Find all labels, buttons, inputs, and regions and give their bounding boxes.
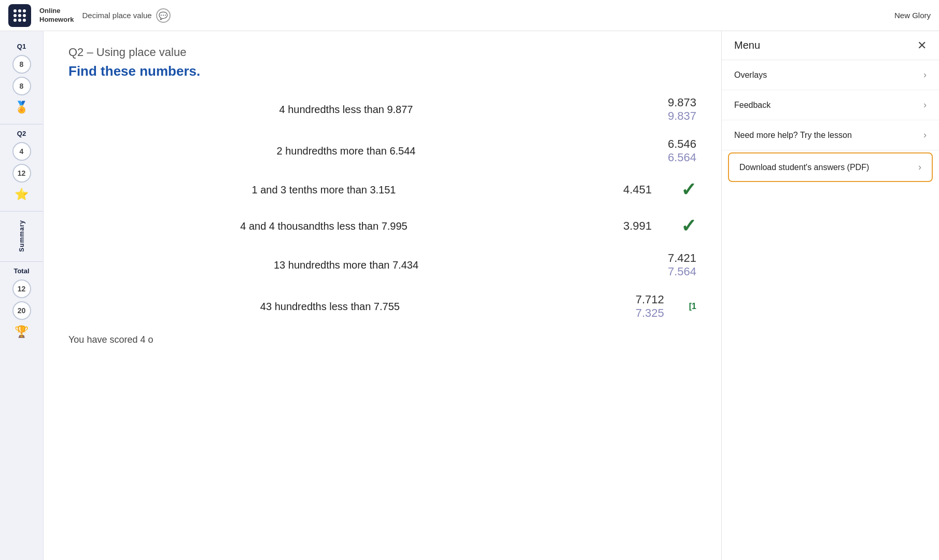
svg-point-4	[18, 14, 21, 17]
right-panel: Menu ✕ Overlays › Feedback › Need more h…	[721, 31, 939, 560]
q1-label: Q1	[17, 43, 26, 50]
svg-point-8	[23, 19, 26, 22]
summary-label: Summary	[18, 220, 25, 252]
answer-correct: 3.991	[600, 219, 652, 233]
table-row: 43 hundredths less than 7.755 7.712 7.32…	[68, 293, 696, 320]
panel-title: Menu	[734, 39, 760, 51]
main-content: Q2 – Using place value Find these number…	[44, 31, 721, 560]
menu-item-label: Need more help? Try the lesson	[734, 131, 852, 140]
question-text: 4 hundredths less than 9.877	[68, 104, 624, 116]
table-row: 4 and 4 thousandths less than 7.995 3.99…	[68, 215, 696, 237]
question-instruction: Find these numbers.	[68, 63, 696, 79]
q2-total: 12	[12, 164, 31, 183]
topic-label: Decimal place value 💬	[82, 8, 170, 23]
question-text: 43 hundredths less than 7.755	[68, 301, 592, 313]
answer-correct: 9.873	[644, 96, 696, 109]
q2-badge: ⭐	[12, 185, 31, 204]
total-badge: 🏆	[12, 323, 31, 341]
svg-point-0	[13, 9, 17, 12]
close-button[interactable]: ✕	[917, 40, 927, 51]
svg-point-3	[13, 14, 17, 17]
answer-student: 6.564	[644, 151, 696, 164]
partial-mark: [1	[689, 302, 696, 311]
answer-student: 9.837	[644, 109, 696, 123]
answer-student: 7.564	[644, 265, 696, 278]
svg-point-5	[23, 14, 26, 17]
chevron-right-icon: ›	[918, 162, 921, 173]
question-text: 1 and 3 tenths more than 3.151	[68, 184, 579, 196]
menu-item-label: Overlays	[734, 71, 767, 80]
chevron-right-icon: ›	[923, 69, 927, 80]
menu-item-lesson[interactable]: Need more help? Try the lesson ›	[722, 120, 939, 150]
correct-checkmark: ✓	[681, 179, 696, 201]
question-text: 2 hundredths more than 6.544	[68, 145, 624, 157]
student-name: New Glory	[894, 11, 931, 20]
menu-item-label: Download student's answers (PDF)	[739, 163, 869, 172]
sidebar-q1[interactable]: Q1 8 8 🏅	[0, 37, 43, 124]
q2-score: 4	[12, 142, 31, 161]
answer-correct: 6.546	[644, 137, 696, 151]
menu-items: Overlays › Feedback › Need more help? Tr…	[722, 60, 939, 184]
question-text: 4 and 4 thousandths less than 7.995	[68, 220, 579, 232]
table-row: 2 hundredths more than 6.544 6.546 6.564	[68, 137, 696, 164]
main-layout: Q1 8 8 🏅 Q2 4 12 ⭐ Summary Total 12 20 🏆…	[0, 31, 939, 560]
sidebar-summary[interactable]: Summary	[0, 212, 43, 262]
correct-checkmark: ✓	[681, 215, 696, 237]
answer-block: 4.451	[600, 183, 652, 197]
brand-text: Online Homework	[39, 7, 74, 24]
menu-item-overlays[interactable]: Overlays ›	[722, 60, 939, 90]
svg-point-6	[13, 19, 17, 22]
answer-block: 7.421 7.564	[644, 251, 696, 278]
answer-student: 7.325	[612, 306, 664, 320]
answer-block: 9.873 9.837	[644, 96, 696, 123]
table-row: 1 and 3 tenths more than 3.151 4.451 ✓	[68, 179, 696, 201]
answer-correct: 7.712	[612, 293, 664, 306]
svg-point-7	[18, 19, 21, 22]
menu-item-label: Feedback	[734, 101, 770, 110]
header: Online Homework Decimal place value 💬 Ne…	[0, 0, 939, 31]
table-row: 13 hundredths more than 7.434 7.421 7.56…	[68, 251, 696, 278]
topic-icon: 💬	[156, 8, 171, 23]
q1-score: 8	[12, 55, 31, 74]
score-line: You have scored 4 o	[68, 334, 696, 345]
menu-item-feedback[interactable]: Feedback ›	[722, 90, 939, 120]
total-total: 20	[12, 301, 31, 320]
sidebar-q2[interactable]: Q2 4 12 ⭐	[0, 124, 43, 212]
total-score: 12	[12, 279, 31, 298]
table-row: 4 hundredths less than 9.877 9.873 9.837	[68, 96, 696, 123]
question-title: Q2 – Using place value	[68, 46, 696, 59]
answer-correct: 7.421	[644, 251, 696, 265]
chevron-right-icon: ›	[923, 100, 927, 110]
logo-icon[interactable]	[8, 4, 31, 27]
q1-badge: 🏅	[12, 98, 31, 117]
svg-point-1	[18, 9, 21, 12]
answer-block: 3.991	[600, 219, 652, 233]
panel-header: Menu ✕	[722, 31, 939, 60]
answer-block: 6.546 6.564	[644, 137, 696, 164]
sidebar-total[interactable]: Total 12 20 🏆	[0, 262, 43, 348]
svg-point-2	[23, 9, 26, 12]
q1-total: 8	[12, 77, 31, 95]
answer-correct: 4.451	[600, 183, 652, 197]
question-text: 13 hundredths more than 7.434	[68, 259, 624, 271]
q2-label: Q2	[17, 130, 26, 137]
total-label: Total	[13, 267, 29, 275]
answer-block: 7.712 7.325	[612, 293, 664, 320]
menu-item-download[interactable]: Download student's answers (PDF) ›	[728, 152, 933, 182]
chevron-right-icon: ›	[923, 130, 927, 141]
sidebar: Q1 8 8 🏅 Q2 4 12 ⭐ Summary Total 12 20 🏆	[0, 31, 44, 560]
